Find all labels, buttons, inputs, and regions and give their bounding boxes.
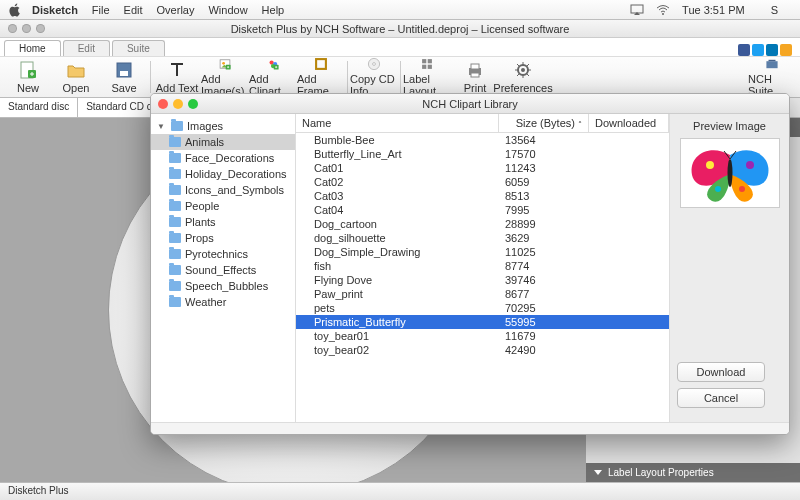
doctab-disc[interactable]: Standard disc: [0, 98, 78, 117]
folder-icon: [169, 249, 181, 259]
column-headers[interactable]: Name Size (Bytes) ˄ Downloaded: [296, 114, 669, 133]
tree-item-people[interactable]: People: [151, 198, 295, 214]
layout-icon: [417, 57, 437, 71]
download-button[interactable]: Download: [677, 362, 765, 382]
tree-item-weather[interactable]: Weather: [151, 294, 295, 310]
folder-icon: [169, 153, 181, 163]
scrollbar-horizontal[interactable]: [151, 422, 789, 434]
file-row[interactable]: fish8774: [296, 259, 669, 273]
file-row[interactable]: toy_bear0242490: [296, 343, 669, 357]
new-button[interactable]: New: [4, 57, 52, 97]
save-icon: [114, 60, 134, 80]
facebook-icon[interactable]: [738, 44, 750, 56]
folder-icon: [169, 201, 181, 211]
clipart-button[interactable]: Add Clipart: [249, 57, 297, 97]
file-row[interactable]: Cat0111243: [296, 161, 669, 175]
zoom-icon[interactable]: [36, 24, 45, 33]
file-row[interactable]: Cat026059: [296, 175, 669, 189]
svg-point-29: [746, 161, 754, 169]
menu-file[interactable]: File: [92, 4, 110, 16]
tree-item-face_decorations[interactable]: Face_Decorations: [151, 150, 295, 166]
svg-point-1: [662, 13, 664, 15]
tree-item-icons_and_symbols[interactable]: Icons_and_Symbols: [151, 182, 295, 198]
tree-item-animals[interactable]: Animals: [151, 134, 295, 150]
svg-point-7: [222, 62, 225, 65]
suite-button[interactable]: NCH Suite: [748, 57, 796, 97]
layout-button[interactable]: Label Layout: [403, 57, 451, 97]
tree-item-props[interactable]: Props: [151, 230, 295, 246]
svg-rect-25: [766, 61, 777, 68]
menu-help[interactable]: Help: [262, 4, 285, 16]
svg-rect-19: [428, 65, 432, 69]
svg-rect-0: [631, 5, 643, 13]
open-button[interactable]: Open: [52, 57, 100, 97]
cd-button[interactable]: Copy CD Info: [350, 57, 398, 97]
tree-item-pyrotechnics[interactable]: Pyrotechnics: [151, 246, 295, 262]
user-menu[interactable]: S: [771, 4, 778, 16]
frame-icon: [311, 57, 331, 71]
tree-root[interactable]: Images: [151, 118, 295, 134]
menu-overlay[interactable]: Overlay: [157, 4, 195, 16]
tab-home[interactable]: Home: [4, 40, 61, 56]
col-size[interactable]: Size (Bytes) ˄: [499, 114, 589, 132]
cancel-button[interactable]: Cancel: [677, 388, 765, 408]
folder-icon: [169, 233, 181, 243]
image-button[interactable]: Add Image(s): [201, 57, 249, 97]
save-button[interactable]: Save: [100, 57, 148, 97]
menu-edit[interactable]: Edit: [124, 4, 143, 16]
wifi-icon[interactable]: [656, 5, 670, 15]
frame-button[interactable]: Add Frame: [297, 57, 345, 97]
col-name[interactable]: Name: [296, 114, 499, 132]
tree-item-holiday_decorations[interactable]: Holiday_Decorations: [151, 166, 295, 182]
file-row[interactable]: Bumble-Bee13564: [296, 133, 669, 147]
menu-window[interactable]: Window: [208, 4, 247, 16]
tree-item-speech_bubbles[interactable]: Speech_Bubbles: [151, 278, 295, 294]
airplay-icon[interactable]: [630, 4, 644, 16]
linkedin-icon[interactable]: [766, 44, 778, 56]
dialog-close-icon[interactable]: [158, 99, 168, 109]
tree-item-sound_effects[interactable]: Sound_Effects: [151, 262, 295, 278]
svg-point-15: [373, 63, 376, 66]
file-row[interactable]: Dog_Simple_Drawing11025: [296, 245, 669, 259]
cd-icon: [364, 57, 384, 71]
folder-icon: [169, 137, 181, 147]
category-tree[interactable]: ImagesAnimalsFace_DecorationsHoliday_Dec…: [151, 114, 296, 422]
file-row[interactable]: pets70295: [296, 301, 669, 315]
file-row[interactable]: toy_bear0111679: [296, 329, 669, 343]
apple-icon[interactable]: [8, 3, 22, 17]
minimize-icon[interactable]: [22, 24, 31, 33]
dialog-minimize-icon[interactable]: [173, 99, 183, 109]
tab-suite[interactable]: Suite: [112, 40, 165, 56]
image-icon: [215, 57, 235, 71]
file-row[interactable]: Butterfly_Line_Art17570: [296, 147, 669, 161]
clock[interactable]: Tue 3:51 PM: [682, 4, 745, 16]
file-row[interactable]: Flying Dove39746: [296, 273, 669, 287]
file-row[interactable]: Cat047995: [296, 203, 669, 217]
file-row[interactable]: Dog_cartoon28899: [296, 217, 669, 231]
toolbar: NewOpenSaveAdd TextAdd Image(s)Add Clipa…: [0, 56, 800, 98]
print-button[interactable]: Print: [451, 57, 499, 97]
panel-layout[interactable]: Label Layout Properties: [586, 463, 800, 482]
file-row[interactable]: Paw_print8677: [296, 287, 669, 301]
dialog-zoom-icon[interactable]: [188, 99, 198, 109]
twitter-icon[interactable]: [752, 44, 764, 56]
dialog-title: NCH Clipart Library: [422, 98, 517, 110]
file-row[interactable]: dog_silhouette3629: [296, 231, 669, 245]
tree-item-plants[interactable]: Plants: [151, 214, 295, 230]
clipart-icon: [263, 57, 283, 71]
share-icon[interactable]: [780, 44, 792, 56]
col-downloaded[interactable]: Downloaded: [589, 114, 669, 132]
svg-point-31: [739, 186, 745, 192]
tab-edit[interactable]: Edit: [63, 40, 110, 56]
folder-icon: [169, 281, 181, 291]
text-button[interactable]: Add Text: [153, 57, 201, 97]
svg-rect-17: [428, 59, 432, 63]
file-row[interactable]: Cat038513: [296, 189, 669, 203]
close-icon[interactable]: [8, 24, 17, 33]
file-row[interactable]: Prismatic_Butterfly55995: [296, 315, 669, 329]
prefs-button[interactable]: Preferences: [499, 57, 547, 97]
app-name[interactable]: Disketch: [32, 4, 78, 16]
svg-rect-26: [769, 60, 776, 61]
dialog-titlebar: NCH Clipart Library: [151, 94, 789, 114]
file-list[interactable]: Name Size (Bytes) ˄ Downloaded Bumble-Be…: [296, 114, 669, 422]
